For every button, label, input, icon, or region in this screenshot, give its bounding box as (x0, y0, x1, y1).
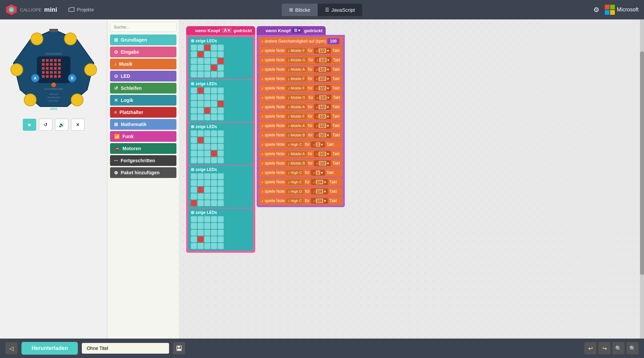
duration-7[interactable]: ♪ 1/2 ▾ (314, 104, 331, 110)
duration-9[interactable]: ♪ 1/2 ▾ (314, 123, 331, 129)
led-cell[interactable] (204, 45, 210, 51)
led-cell[interactable] (218, 137, 224, 143)
led-block-2[interactable]: ⊞ zeige LEDs (188, 80, 253, 122)
undo-button[interactable]: ↩ (584, 342, 596, 354)
led-cell[interactable] (191, 243, 197, 249)
led-cell[interactable] (211, 216, 217, 222)
category-paket[interactable]: ⊕ Paket hinzufügen (110, 167, 176, 178)
led-cell[interactable] (211, 243, 217, 249)
led-cell[interactable] (204, 173, 210, 179)
led-cell[interactable] (198, 144, 204, 150)
led-cell[interactable] (204, 193, 210, 199)
category-mathematik[interactable]: ⊞ Mathematik (110, 119, 176, 130)
led-block-1[interactable]: ⊞ zeige LEDs (188, 37, 253, 79)
led-cell[interactable] (204, 243, 210, 249)
led-cell[interactable] (211, 65, 217, 71)
note-value-16[interactable]: ♪ High D (286, 189, 304, 194)
search-input[interactable] (110, 22, 176, 32)
redo-button[interactable]: ↪ (598, 342, 610, 354)
led-cell[interactable] (204, 87, 210, 94)
note-value-15[interactable]: ♪ High C (286, 179, 304, 185)
led-cell[interactable] (204, 144, 210, 150)
led-cell[interactable] (204, 71, 210, 77)
duration-17[interactable]: ♪ 1/4 ▾ (311, 198, 328, 204)
led-cell[interactable] (204, 108, 210, 114)
led-cell[interactable] (204, 157, 210, 163)
led-cell[interactable] (204, 65, 210, 71)
led-cell[interactable] (211, 230, 217, 236)
led-cell[interactable] (218, 187, 224, 193)
category-grundlagen[interactable]: ⊞ Grundlagen (110, 35, 176, 45)
note-value-5[interactable]: ♪ Middle F (286, 85, 307, 91)
category-led[interactable]: ⊙ LED (110, 71, 176, 81)
duration-11[interactable]: ♪ 1 ▾ (311, 141, 325, 147)
settings-icon[interactable]: ⚙ (593, 6, 599, 14)
led-cell[interactable] (198, 173, 204, 179)
workspace[interactable]: ⊙ wenn Knopf A ▾ gedrückt ⊞ zeige LEDs (179, 19, 644, 339)
led-cell[interactable] (211, 114, 217, 120)
led-cell[interactable] (198, 58, 204, 64)
led-cell[interactable] (191, 137, 197, 143)
led-cell[interactable] (211, 236, 217, 242)
led-cell[interactable] (191, 130, 197, 136)
led-cell[interactable] (198, 65, 204, 71)
note-value-10[interactable]: ♪ Middle B (286, 132, 307, 138)
duration-13[interactable]: ♪ 1/2 ▾ (314, 160, 331, 166)
led-cell[interactable] (191, 51, 197, 57)
note-value-12[interactable]: ♪ Middle A (286, 151, 307, 157)
led-cell[interactable] (218, 65, 224, 71)
note-row-12[interactable]: ♪ spiele Note ♪ Middle A für ♪ 1/2 ▾ Tak… (259, 150, 343, 158)
led-cell[interactable] (191, 236, 197, 242)
led-cell[interactable] (198, 108, 204, 114)
led-cell[interactable] (218, 51, 224, 57)
led-cell[interactable] (198, 51, 204, 57)
led-cell[interactable] (204, 236, 210, 242)
led-cell[interactable] (211, 94, 217, 100)
led-cell[interactable] (198, 151, 204, 157)
tab-blocks[interactable]: ⊞ Blöcke (282, 4, 318, 16)
bpm-value[interactable]: 100 (327, 38, 339, 44)
sound-button[interactable]: 🔊 (55, 119, 68, 131)
led-cell[interactable] (198, 200, 204, 206)
led-cell[interactable] (218, 157, 224, 163)
led-cell[interactable] (191, 151, 197, 157)
block-b-container[interactable]: ⊙ wenn Knopf B ▾ gedrückt ♪ ändere Gesch… (257, 26, 345, 207)
led-cell[interactable] (218, 200, 224, 206)
duration-3[interactable]: ♪ 1/2 ▾ (314, 66, 331, 72)
filename-input[interactable] (82, 343, 169, 354)
led-cell[interactable] (198, 180, 204, 186)
led-cell[interactable] (204, 137, 210, 143)
duration-1[interactable]: ♪ 1/2 ▾ (314, 48, 331, 54)
led-cell[interactable] (198, 101, 204, 107)
led-cell[interactable] (218, 180, 224, 186)
led-cell[interactable] (218, 144, 224, 150)
note-value-6[interactable]: ♪ Middle G (286, 95, 307, 100)
scrollbar-thumb[interactable] (640, 51, 644, 275)
sidebar-toggle-button[interactable]: ◁ (5, 342, 17, 354)
led-cell[interactable] (211, 200, 217, 206)
led-cell[interactable] (218, 94, 224, 100)
zoom-in-button[interactable]: 🔍 (612, 342, 625, 354)
stop-button[interactable]: ■ (23, 119, 36, 131)
led-cell[interactable] (191, 101, 197, 107)
duration-8[interactable]: ♪ 1/2 ▾ (314, 113, 331, 119)
led-cell[interactable] (198, 236, 204, 242)
led-cell[interactable] (218, 216, 224, 222)
led-cell[interactable] (191, 45, 197, 51)
button-b-label[interactable]: B ▾ (292, 28, 302, 33)
led-cell[interactable] (211, 180, 217, 186)
category-motoren[interactable]: 🚗 Motoren (110, 143, 176, 154)
category-logik[interactable]: ✕ Logik (110, 95, 176, 106)
led-cell[interactable] (198, 193, 204, 199)
note-row-4[interactable]: ♪ spiele Note ♪ Middle F für ♪ 1/2 ▾ Tak… (259, 74, 343, 83)
led-cell[interactable] (211, 187, 217, 193)
led-cell[interactable] (191, 216, 197, 222)
led-cell[interactable] (204, 130, 210, 136)
fullscreen-button[interactable]: ✕ (71, 119, 85, 131)
note-row-15[interactable]: ♪ spiele Note ♪ High C für ♪ 1/4 ▾ Takt (259, 178, 343, 186)
category-musik[interactable]: ♪ Musik (110, 59, 176, 69)
led-cell[interactable] (218, 151, 224, 157)
led-cell[interactable] (204, 216, 210, 222)
led-cell[interactable] (191, 71, 197, 77)
bpm-block[interactable]: ♪ ändere Geschwindigkeit auf (bpm) 100 (259, 37, 343, 46)
